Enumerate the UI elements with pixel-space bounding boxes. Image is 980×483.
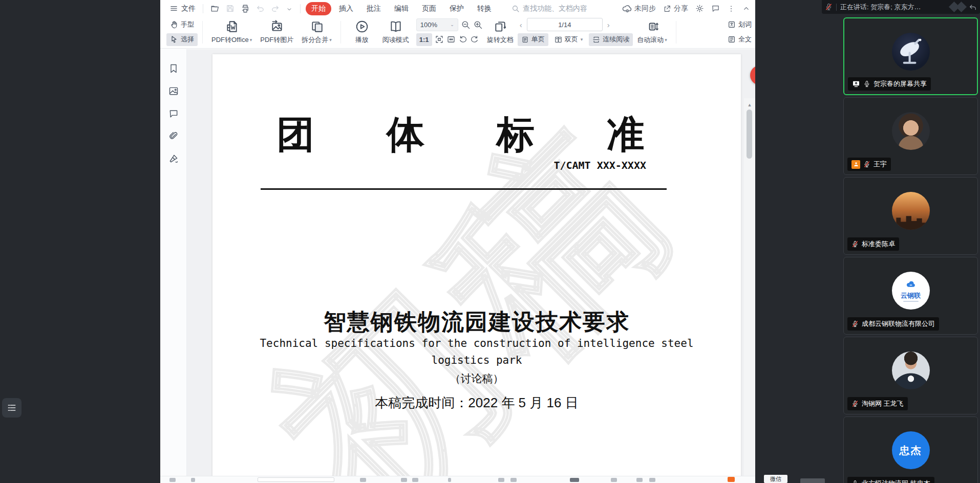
single-page-label: 单页	[531, 35, 545, 44]
bottom-bar-icon	[636, 478, 643, 482]
tab-edit[interactable]: 编辑	[389, 2, 414, 15]
select-tool-button[interactable]: 选择	[166, 33, 198, 46]
open-file-icon[interactable]	[210, 4, 220, 13]
settings-gear-icon[interactable]	[695, 4, 704, 13]
outline-list-icon	[7, 403, 17, 413]
tab-comment[interactable]: 批注	[361, 2, 387, 15]
images-icon[interactable]	[168, 86, 179, 96]
divider	[836, 4, 837, 11]
print-icon[interactable]	[241, 4, 250, 13]
word-translate-button[interactable]: 划词	[724, 18, 755, 31]
redo-icon[interactable]	[271, 4, 280, 13]
file-menu-button[interactable]: 文件	[166, 3, 199, 14]
hand-icon	[170, 20, 178, 29]
previous-page-button[interactable]: ‹	[518, 20, 524, 29]
bottom-bar-icon	[191, 478, 195, 482]
avatar	[892, 352, 930, 389]
cloud-logo-icon	[904, 279, 918, 291]
share-icon	[663, 5, 671, 13]
bottom-bar-icon	[412, 478, 418, 482]
rotate-left-button[interactable]	[458, 35, 467, 44]
participant-tile[interactable]: 云钢联 成都云钢联物流有限公司	[843, 257, 978, 335]
bookmarks-icon[interactable]	[168, 63, 179, 74]
feedback-comment-icon[interactable]	[711, 4, 720, 13]
pdf-to-office-button[interactable]: PDF转Office▾	[207, 19, 256, 46]
tab-page[interactable]: 页面	[416, 2, 442, 15]
restore-view-arrow-icon[interactable]	[969, 3, 977, 11]
rotate-right-button[interactable]	[470, 35, 479, 44]
actual-size-button[interactable]: 1:1	[416, 33, 432, 46]
play-button[interactable]: 播放	[346, 19, 378, 46]
search-input[interactable]: 查找功能、文档内容	[512, 4, 609, 13]
pdf-to-image-button[interactable]: PDF转图片	[256, 19, 297, 46]
signature-icon[interactable]	[168, 153, 179, 164]
attachment-icon[interactable]	[168, 131, 179, 141]
bottom-bar-icon	[360, 478, 366, 482]
zoom-out-button[interactable]	[461, 20, 471, 30]
participant-tile[interactable]: 王宇	[843, 97, 978, 175]
word-translate-icon	[728, 20, 736, 29]
fit-width-button[interactable]	[446, 35, 456, 44]
participant-name: 北方恒达物流园 韩忠杰	[862, 479, 930, 483]
cloud-sync-icon	[622, 4, 632, 13]
scrollbar-thumb[interactable]	[747, 109, 752, 159]
tab-insert[interactable]: 插入	[333, 2, 359, 15]
avatar-initials: 忠杰	[900, 444, 922, 457]
zoom-select[interactable]: 100% ⌄	[416, 18, 458, 31]
mic-muted-icon	[863, 161, 870, 168]
draft-label: （讨论稿）	[212, 371, 741, 386]
auto-scroll-icon	[646, 20, 659, 33]
taskbar-fragment	[800, 478, 825, 483]
standard-header: 团 体 标 准	[212, 109, 741, 161]
rotate-document-button[interactable]: 旋转文档	[483, 19, 518, 46]
tab-convert[interactable]: 转换	[472, 2, 497, 15]
read-mode-button[interactable]: 阅读模式	[378, 19, 413, 46]
scrollbar-track[interactable]: ▲ ▼	[744, 98, 755, 476]
wechat-taskbar-item[interactable]: 微信	[764, 475, 787, 483]
dropdown-caret-icon: ▾	[665, 37, 667, 42]
double-page-button[interactable]: 双页 ▾	[551, 33, 587, 46]
bottom-bar-icon	[498, 478, 504, 482]
more-kebab-icon[interactable]	[727, 5, 735, 13]
hand-tool-button[interactable]: 手型	[166, 18, 198, 31]
pdf-to-image-label: PDF转图片	[260, 35, 293, 45]
tab-home[interactable]: 开始	[306, 2, 331, 15]
share-button[interactable]: 分享	[663, 4, 688, 13]
cloud-sync-button[interactable]: 未同步	[622, 4, 656, 13]
zoom-in-button[interactable]	[473, 20, 483, 30]
document-title: 智慧钢铁物流园建设技术要求	[212, 307, 741, 337]
bottom-bar-input[interactable]	[258, 477, 334, 482]
tab-protect[interactable]: 保护	[444, 2, 470, 15]
pdf-to-office-label: PDF转Office	[211, 35, 249, 45]
mic-muted-icon	[851, 320, 859, 327]
next-page-button[interactable]: ›	[605, 20, 612, 29]
participant-name: 贺宗春的屏幕共享	[874, 79, 927, 89]
mic-muted-icon	[851, 400, 859, 407]
logo-underline	[903, 301, 919, 302]
undo-icon[interactable]	[256, 4, 265, 13]
save-icon[interactable]	[226, 4, 235, 13]
continuous-read-button[interactable]: 连续阅读	[589, 33, 633, 46]
page-indicator-input[interactable]: 1/14	[527, 18, 603, 31]
share-label: 分享	[674, 4, 688, 13]
mic-on-icon	[851, 480, 859, 483]
presenter-badge-icon	[851, 160, 860, 169]
translate-floating-badge[interactable]: E	[750, 65, 755, 85]
auto-scroll-button[interactable]: 自动滚动▾	[633, 19, 671, 46]
single-page-button[interactable]: 单页	[518, 33, 548, 46]
bottom-bar-icon	[448, 478, 451, 482]
participant-tile[interactable]: 贺宗春的屏幕共享	[843, 17, 978, 95]
split-merge-button[interactable]: 拆分合并▾	[297, 19, 336, 46]
collapse-ribbon-icon[interactable]	[742, 5, 750, 12]
scroll-up-arrow[interactable]: ▲	[748, 102, 752, 107]
participant-tile[interactable]: 淘钢网 王龙飞	[843, 337, 978, 414]
participant-tile[interactable]: 忠杰 北方恒达物流园 韩忠杰	[843, 416, 978, 483]
customize-toolbar-icon[interactable]	[286, 4, 293, 12]
comments-icon[interactable]	[168, 108, 179, 119]
bottom-bar-icon	[510, 478, 517, 482]
fit-page-button[interactable]	[435, 35, 444, 44]
thumbnail-panel-toggle[interactable]	[2, 398, 22, 418]
participant-name-bar: 贺宗春的屏幕共享	[848, 77, 931, 91]
full-translate-button[interactable]: 全文	[724, 33, 755, 46]
participant-tile[interactable]: 标准委陈卓	[843, 177, 978, 255]
